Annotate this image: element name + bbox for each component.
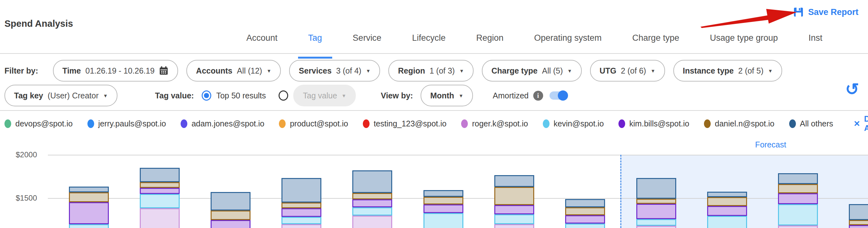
- bar-11-segment-kevin-spot-io[interactable]: [778, 204, 818, 225]
- deselect-all-button[interactable]: ✕Deselect All: [854, 114, 868, 133]
- top-50-results-label: Top 50 results: [216, 91, 266, 100]
- legend-item-testing-123-spot-io[interactable]: testing_123@spot.io: [363, 119, 446, 128]
- bar-9-segment-kim-bills-spot-io[interactable]: [636, 204, 676, 219]
- bar-2-segment-kim-bills-spot-io[interactable]: [140, 188, 180, 194]
- tab-lifecycle[interactable]: Lifecycle: [412, 28, 445, 59]
- bar-2-segment-kevin-spot-io[interactable]: [140, 194, 180, 208]
- info-icon[interactable]: i: [533, 91, 543, 101]
- bar-7-segment-daniel-n-spot-io[interactable]: [494, 187, 534, 205]
- bar-7-segment-kim-bills-spot-io[interactable]: [494, 205, 534, 214]
- view-by-month-pill[interactable]: Month ▼: [421, 85, 473, 106]
- bar-2-segment-roger-k-spot-io[interactable]: [140, 208, 180, 228]
- legend-item-daniel-n-spot-io[interactable]: daniel.n@spot.io: [704, 119, 775, 128]
- bar-8-segment-all-others[interactable]: [565, 199, 605, 207]
- bar-10-segment-daniel-n-spot-io[interactable]: [707, 197, 747, 206]
- bar-7-segment-all-others[interactable]: [494, 175, 534, 187]
- bar-7-segment-kevin-spot-io[interactable]: [494, 214, 534, 224]
- filter-pill-region[interactable]: Region1 (of 3)▼: [389, 60, 473, 81]
- legend-item-kevin-spot-io[interactable]: kevin@spot.io: [543, 119, 604, 128]
- bar-5-segment-kim-bills-spot-io[interactable]: [352, 199, 392, 207]
- bar-7-segment-roger-k-spot-io[interactable]: [494, 224, 534, 228]
- bar-10-segment-kevin-spot-io[interactable]: [707, 216, 747, 228]
- bar-5-segment-all-others[interactable]: [352, 170, 392, 193]
- filter-pill-charge-type[interactable]: Charge typeAll (5)▼: [482, 60, 582, 81]
- bar-2-segment-daniel-n-spot-io[interactable]: [140, 182, 180, 188]
- amortized-toggle[interactable]: [550, 91, 567, 100]
- tab-charge-type[interactable]: Charge type: [632, 28, 679, 59]
- bar-6-segment-kevin-spot-io[interactable]: [424, 213, 463, 228]
- radio-tag-value[interactable]: [279, 90, 288, 101]
- bar-3-segment-all-others[interactable]: [211, 192, 250, 211]
- bar-5-segment-kevin-spot-io[interactable]: [352, 207, 392, 216]
- bar-1-segment-all-others[interactable]: [69, 187, 109, 192]
- filter-pill-utg[interactable]: UTG2 (of 6)▼: [590, 60, 665, 81]
- tab-region[interactable]: Region: [476, 28, 503, 59]
- bar-4-segment-roger-k-spot-io[interactable]: [281, 224, 321, 228]
- legend-color-dot: [279, 119, 286, 128]
- bar-1-segment-daniel-n-spot-io[interactable]: [69, 192, 109, 202]
- legend-item-label: kim.bills@spot.io: [629, 119, 689, 128]
- tag-key-pill[interactable]: Tag key (User) Creator ▼: [4, 85, 118, 106]
- bar-12-segment-kim-bills-spot-io[interactable]: [849, 225, 868, 228]
- tab-tag[interactable]: Tag: [308, 28, 322, 59]
- bar-10-segment-all-others[interactable]: [707, 192, 747, 197]
- bar-1-segment-kevin-spot-io[interactable]: [69, 224, 109, 228]
- bar-9-segment-daniel-n-spot-io[interactable]: [636, 199, 676, 204]
- filter-pill-services[interactable]: Services3 (of 4)▼: [289, 60, 380, 81]
- legend-color-dot: [87, 119, 94, 128]
- bar-11-segment-kim-bills-spot-io[interactable]: [778, 193, 818, 204]
- bar-11-segment-daniel-n-spot-io[interactable]: [778, 184, 818, 193]
- filter-pill-time[interactable]: Time01.26.19 - 10.26.19: [53, 60, 178, 81]
- bar-4-segment-kim-bills-spot-io[interactable]: [281, 208, 321, 217]
- bar-9-segment-roger-k-spot-io[interactable]: [636, 226, 676, 228]
- bar-8-segment-kim-bills-spot-io[interactable]: [565, 215, 605, 224]
- pill-value: 2 (of 6): [621, 66, 646, 75]
- bar-3-segment-kim-bills-spot-io[interactable]: [211, 220, 250, 228]
- bar-6-segment-all-others[interactable]: [424, 190, 463, 197]
- legend-item-product-spot-io[interactable]: product@spot.io: [279, 119, 348, 128]
- filter-pill-instance-type[interactable]: Instance type2 (of 5)▼: [673, 60, 782, 81]
- bar-6-segment-daniel-n-spot-io[interactable]: [424, 197, 463, 204]
- bar-11-segment-all-others[interactable]: [778, 173, 818, 184]
- reset-filters-icon[interactable]: ↺: [845, 81, 859, 98]
- bar-2-segment-all-others[interactable]: [140, 168, 180, 183]
- bar-1-segment-kim-bills-spot-io[interactable]: [69, 202, 109, 224]
- legend-item-devops-spot-io[interactable]: devops@spot.io: [4, 119, 73, 128]
- bar-11-segment-roger-k-spot-io[interactable]: [778, 225, 818, 228]
- save-report-button[interactable]: Save Report: [793, 7, 859, 17]
- tab-inst[interactable]: Inst: [809, 28, 823, 59]
- legend-item-label: daniel.n@spot.io: [715, 119, 775, 128]
- legend-item-adam-jones-spot-io[interactable]: adam.jones@spot.io: [181, 119, 264, 128]
- legend-item-jerry-pauls-spot-io[interactable]: jerry.pauls@spot.io: [87, 119, 166, 128]
- bar-4-segment-daniel-n-spot-io[interactable]: [281, 202, 321, 208]
- bar-8-segment-daniel-n-spot-io[interactable]: [565, 207, 605, 216]
- radio-top-50-results[interactable]: [202, 90, 211, 101]
- forecast-divider-dashed-line: [620, 155, 621, 228]
- bar-10-segment-kim-bills-spot-io[interactable]: [707, 206, 747, 216]
- bar-6-segment-kim-bills-spot-io[interactable]: [424, 204, 463, 213]
- bar-8-segment-kevin-spot-io[interactable]: [565, 224, 605, 228]
- legend-color-dot: [4, 119, 11, 128]
- legend-item-kim-bills-spot-io[interactable]: kim.bills@spot.io: [618, 119, 689, 128]
- bar-9-segment-all-others[interactable]: [636, 178, 676, 199]
- bar-5-segment-roger-k-spot-io[interactable]: [352, 216, 392, 228]
- bar-3-segment-daniel-n-spot-io[interactable]: [211, 211, 250, 220]
- legend-item-label: All others: [800, 119, 833, 128]
- bar-12-segment-all-others[interactable]: [849, 204, 868, 220]
- bar-9-segment-kevin-spot-io[interactable]: [636, 219, 676, 226]
- legend-item-all-others[interactable]: All others: [789, 119, 833, 128]
- chevron-down-icon: ▼: [567, 69, 572, 73]
- tab-account[interactable]: Account: [246, 28, 278, 59]
- tab-usage-type-group[interactable]: Usage type group: [710, 28, 778, 59]
- tab-operating-system[interactable]: Operating system: [534, 28, 602, 59]
- filter-pill-accounts[interactable]: AccountsAll (12)▼: [186, 60, 281, 81]
- tab-service[interactable]: Service: [352, 28, 381, 59]
- legend-item-roger-k-spot-io[interactable]: roger.k@spot.io: [461, 119, 528, 128]
- bar-4-segment-all-others[interactable]: [281, 178, 321, 202]
- tag-value-pill-disabled: Tag value ▼: [293, 85, 356, 106]
- bar-5-segment-daniel-n-spot-io[interactable]: [352, 193, 392, 199]
- bar-4-segment-kevin-spot-io[interactable]: [281, 217, 321, 224]
- pill-name: Instance type: [683, 66, 734, 75]
- bar-12-segment-daniel-n-spot-io[interactable]: [849, 220, 868, 225]
- legend-color-dot: [543, 119, 550, 128]
